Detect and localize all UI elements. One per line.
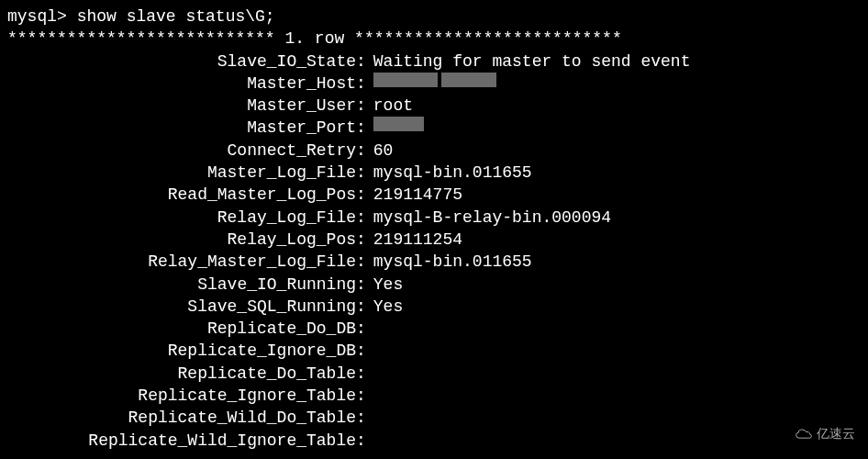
- status-key: Master_User: [7, 95, 356, 117]
- status-colon: :: [356, 95, 368, 117]
- status-value: [368, 430, 373, 452]
- separator-left: ***************************: [7, 29, 284, 48]
- status-output: Slave_IO_State:Waiting for master to sen…: [7, 50, 861, 452]
- status-key: Master_Host: [7, 73, 356, 95]
- redacted-value: [441, 73, 496, 87]
- status-row: Replicate_Do_Table:: [7, 363, 861, 385]
- status-colon: :: [356, 140, 368, 162]
- status-colon: :: [356, 117, 368, 139]
- cloud-icon: [795, 428, 813, 441]
- status-key: Replicate_Wild_Ignore_Table: [7, 430, 356, 452]
- status-value: [368, 318, 373, 340]
- status-key: Replicate_Do_Table: [7, 363, 356, 385]
- status-colon: :: [356, 162, 368, 184]
- status-value: mysql-bin.011655: [368, 251, 532, 273]
- status-key: Master_Port: [7, 117, 356, 139]
- status-colon: :: [356, 184, 368, 206]
- status-colon: :: [356, 363, 368, 385]
- status-row: Replicate_Do_DB:: [7, 318, 861, 340]
- status-key: Slave_IO_Running: [7, 274, 356, 296]
- status-row: Replicate_Ignore_DB:: [7, 340, 861, 362]
- status-row: Master_Host:: [7, 73, 861, 95]
- status-row: Slave_SQL_Running:Yes: [7, 296, 861, 318]
- status-key: Read_Master_Log_Pos: [7, 184, 356, 206]
- status-colon: :: [356, 207, 368, 229]
- redacted-value: [373, 117, 424, 131]
- status-key: Replicate_Do_DB: [7, 318, 356, 340]
- status-key: Slave_IO_State: [7, 50, 356, 73]
- status-colon: :: [356, 340, 368, 362]
- status-row: Replicate_Wild_Do_Table:: [7, 407, 861, 429]
- status-key: Connect_Retry: [7, 140, 356, 162]
- status-colon: :: [356, 296, 368, 318]
- separator-right: ***************************: [354, 29, 622, 48]
- status-value: 219114775: [368, 184, 462, 206]
- status-row: Connect_Retry:60: [7, 140, 861, 162]
- status-value: Yes: [368, 274, 403, 296]
- status-colon: :: [356, 274, 368, 296]
- status-colon: :: [356, 407, 368, 429]
- status-colon: :: [356, 251, 368, 273]
- status-value: root: [368, 95, 413, 117]
- watermark: 亿速云: [795, 425, 855, 442]
- status-row: Read_Master_Log_Pos:219114775: [7, 184, 861, 206]
- status-value: mysql-B-relay-bin.000094: [368, 207, 611, 229]
- status-row: Replicate_Wild_Ignore_Table:: [7, 430, 861, 452]
- status-value: [368, 340, 373, 362]
- status-value: Waiting for master to send event: [368, 50, 691, 73]
- command-text: show slave status\G;: [77, 7, 275, 26]
- status-row: Replicate_Ignore_Table:: [7, 385, 861, 407]
- status-row: Master_User:root: [7, 95, 861, 117]
- status-key: Replicate_Wild_Do_Table: [7, 407, 356, 429]
- status-value: [368, 363, 373, 385]
- status-colon: :: [356, 430, 368, 452]
- status-colon: :: [356, 50, 368, 73]
- status-row: Slave_IO_Running:Yes: [7, 274, 861, 296]
- status-value: 60: [368, 140, 394, 162]
- status-value: 219111254: [368, 229, 462, 251]
- status-value: mysql-bin.011655: [368, 162, 532, 184]
- status-row: Slave_IO_State:Waiting for master to sen…: [7, 50, 861, 73]
- status-value: Yes: [368, 296, 403, 318]
- mysql-prompt: mysql>: [7, 7, 77, 26]
- status-colon: :: [356, 73, 368, 95]
- status-colon: :: [356, 318, 368, 340]
- status-row: Master_Port:: [7, 117, 861, 139]
- status-key: Relay_Master_Log_File: [7, 251, 356, 273]
- status-key: Master_Log_File: [7, 162, 356, 184]
- status-key: Slave_SQL_Running: [7, 296, 356, 318]
- status-key: Replicate_Ignore_Table: [7, 385, 356, 407]
- watermark-text: 亿速云: [817, 425, 855, 442]
- row-separator: *************************** 1. row *****…: [7, 28, 861, 50]
- status-row: Master_Log_File:mysql-bin.011655: [7, 162, 861, 184]
- status-row: Relay_Log_File:mysql-B-relay-bin.000094: [7, 207, 861, 229]
- status-colon: :: [356, 229, 368, 251]
- status-row: Relay_Log_Pos:219111254: [7, 229, 861, 251]
- row-label: 1. row: [284, 29, 354, 48]
- command-line: mysql> show slave status\G;: [7, 6, 861, 28]
- status-row: Relay_Master_Log_File:mysql-bin.011655: [7, 251, 861, 273]
- status-colon: :: [356, 385, 368, 407]
- status-value: [368, 407, 373, 429]
- status-key: Replicate_Ignore_DB: [7, 340, 356, 362]
- redacted-value: [373, 73, 438, 87]
- status-key: Relay_Log_File: [7, 207, 356, 229]
- status-value: [368, 385, 373, 407]
- status-key: Relay_Log_Pos: [7, 229, 356, 251]
